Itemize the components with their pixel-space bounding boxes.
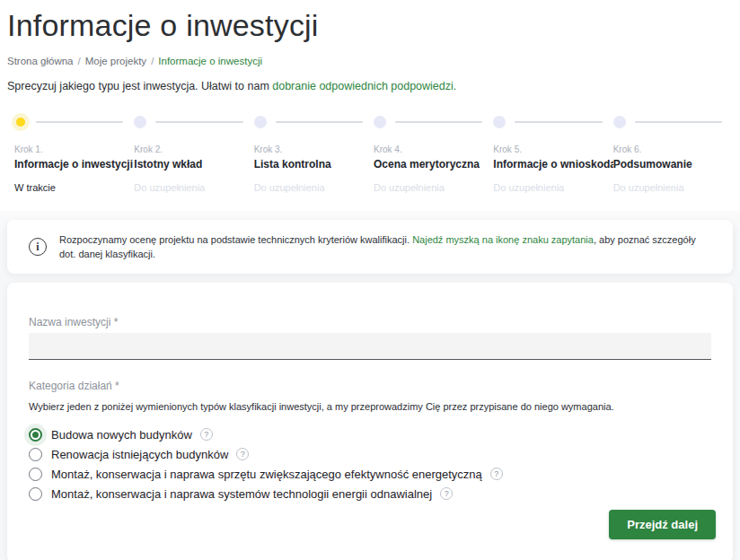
step-number: Krok 2. [134,144,253,154]
info-banner-link[interactable]: Najedź myszką na ikonę znaku zapytania [412,234,594,245]
help-question-icon[interactable]: ? [200,428,213,441]
radio-option-label: Renowacja istniejących budynków [51,448,228,461]
step-pending-dot-icon [493,116,506,128]
step-connector [515,121,602,123]
step-status: Do uzupełnienia [134,182,253,193]
step-connector [395,121,482,123]
radio-unselected-icon[interactable] [29,487,42,501]
investment-name-input[interactable] [29,333,711,360]
investment-form-card: Nazwa inwestycji * Kategoria działań * W… [7,283,733,560]
help-question-icon[interactable]: ? [490,468,503,480]
step-active-dot-icon [16,118,25,127]
step-number: Krok 3. [254,144,374,154]
step-2[interactable]: Krok 2. Istotny wkład Do uzupełnienia [134,112,253,193]
category-description: Wybierz jeden z poniżej wymienionych typ… [29,401,711,412]
step-pending-dot-icon [134,116,146,128]
radio-unselected-icon[interactable] [29,448,42,461]
step-name: Ocena merytoryczna [374,158,493,171]
step-5[interactable]: Krok 5. Informacje o wnioskodawcy Do uzu… [493,112,612,193]
breadcrumb-separator: / [78,56,81,66]
info-text-plain: Rozpoczynamy ocenę projektu na podstawie… [59,234,412,245]
step-name: Lista kontrolna [254,158,374,171]
step-connector [36,121,123,123]
step-4[interactable]: Krok 4. Ocena merytoryczna Do uzupełnien… [374,112,493,193]
help-question-icon[interactable]: ? [236,448,249,460]
category-radio-group: Budowa nowych budynków ? Renowacja istni… [29,424,711,503]
radio-option-efficiency-equipment[interactable]: Montaż, konserwacja i naprawa sprzętu zw… [29,464,711,484]
breadcrumb-current: Informacje o inwestycji [158,56,262,66]
page-header: Informacje o inwestycji Strona główna/Mo… [0,0,740,193]
breadcrumb-home[interactable]: Strona główna [7,56,74,66]
step-status: W trakcie [14,182,134,193]
step-1[interactable]: Krok 1. Informacje o inwestycji W trakci… [14,112,134,193]
step-name: Informacje o wnioskodawcy [493,158,612,171]
step-connector [155,121,242,123]
info-banner: i Rozpoczynamy ocenę projektu na podstaw… [7,220,733,274]
content-region: i Rozpoczynamy ocenę projektu na podstaw… [0,211,740,560]
radio-selected-icon[interactable] [29,428,42,442]
next-step-button[interactable]: Przejdź dalej [609,510,716,539]
radio-option-renovation[interactable]: Renowacja istniejących budynków ? [29,444,711,464]
step-name: Istotny wkład [134,158,253,171]
step-connector [276,121,363,123]
step-status: Do uzupełnienia [613,182,733,193]
step-name: Informacje o inwestycji [14,158,134,171]
step-name: Podsumowanie [613,158,733,171]
intro-text: Sprecyzuj jakiego typu jest inwestycja. … [7,80,733,92]
page-title: Informacje o inwestycji [7,5,733,45]
step-3[interactable]: Krok 3. Lista kontrolna Do uzupełnienia [254,112,374,193]
radio-option-label: Budowa nowych budynków [51,428,192,442]
intro-link[interactable]: dobranie odpowiednich podpowiedzi. [272,80,456,92]
step-status: Do uzupełnienia [374,182,493,193]
step-status: Do uzupełnienia [493,182,612,193]
help-question-icon[interactable]: ? [440,487,453,500]
info-icon: i [29,238,47,256]
radio-option-label: Montaż, konserwacja i naprawa systemów t… [51,487,432,501]
step-number: Krok 5. [493,144,612,154]
radio-unselected-icon[interactable] [29,468,42,481]
step-connector [635,121,722,123]
radio-option-label: Montaż, konserwacja i naprawa sprzętu zw… [51,468,482,481]
form-actions: Przejdź dalej [609,510,716,539]
step-progress: Krok 1. Informacje o inwestycji W trakci… [7,112,733,193]
step-number: Krok 4. [374,144,493,154]
step-pending-dot-icon [254,116,267,128]
breadcrumb-projects[interactable]: Moje projekty [85,56,146,66]
radio-option-renewable-systems[interactable]: Montaż, konserwacja i naprawa systemów t… [29,484,711,503]
step-pending-dot-icon [374,116,386,128]
breadcrumb-separator: / [151,56,154,66]
step-number: Krok 6. [613,144,733,154]
step-6[interactable]: Krok 6. Podsumowanie Do uzupełnienia [613,112,733,193]
step-status: Do uzupełnienia [254,182,374,193]
info-banner-text: Rozpoczynamy ocenę projektu na podstawie… [59,232,711,262]
intro-text-plain: Sprecyzuj jakiego typu jest inwestycja. … [7,80,272,92]
radio-option-new-buildings[interactable]: Budowa nowych budynków ? [29,424,711,444]
category-label: Kategoria działań * [29,380,711,392]
step-pending-dot-icon [613,116,626,128]
investment-name-label: Nazwa inwestycji * [29,316,118,328]
breadcrumb: Strona główna/Moje projekty/Informacje o… [7,56,733,66]
step-number: Krok 1. [14,144,134,154]
